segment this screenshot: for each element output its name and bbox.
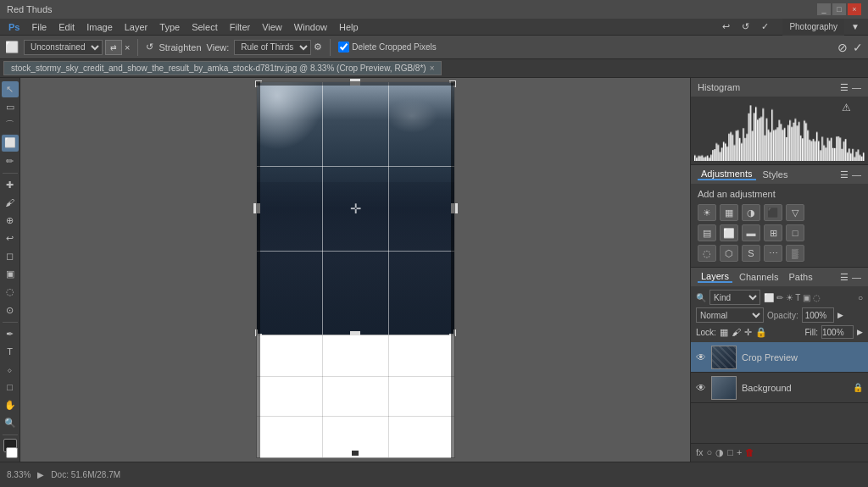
tool-healing[interactable]: ✚ [2,177,19,193]
tool-blur[interactable]: ◌ [2,284,19,300]
tool-pen[interactable]: ✒ [2,326,19,342]
tool-path[interactable]: ⬦ [2,362,19,378]
view-select[interactable]: Rule of Thirds [234,40,311,55]
adj-bw-icon[interactable]: ▬ [742,224,760,241]
tool-gradient[interactable]: ▣ [2,266,19,282]
adj-invert-icon[interactable]: ⬡ [720,245,738,262]
maximize-button[interactable]: □ [832,3,846,15]
panel-options-icon[interactable]: ▼ [846,22,865,31]
layer-visibility-icon-1[interactable]: 👁 [696,382,706,394]
window-controls[interactable]: _ □ × [817,3,861,15]
menu-image[interactable]: Image [81,22,118,32]
adj-threshold-icon[interactable]: ⋯ [764,245,782,262]
menu-help[interactable]: Help [334,22,364,32]
tool-marquee[interactable]: ▭ [2,99,19,115]
tool-shape[interactable]: □ [2,379,19,396]
tool-brush[interactable]: 🖌 [2,195,19,211]
delete-cropped-checkbox[interactable] [338,42,349,53]
lock-all-icon[interactable]: 🔒 [755,327,767,338]
lock-checkerboard-icon[interactable]: ▦ [720,327,728,338]
adj-photofilter-icon[interactable]: ⊞ [764,224,782,241]
ratio-select-group[interactable]: Unconstrained ⇄ × [24,40,130,55]
layer-delete-button[interactable]: 🗑 [745,447,754,458]
layer-adjustment-button[interactable]: ◑ [715,447,724,458]
layers-options-icon[interactable]: ☰ [840,272,849,283]
opacity-arrow[interactable]: ▶ [837,311,843,319]
tool-hand[interactable]: ✋ [2,397,19,413]
adj-curves-icon[interactable]: ◑ [742,204,760,221]
tool-eyedropper[interactable]: ✏ [2,153,19,169]
reset-icon[interactable]: ↺ [146,42,153,53]
adj-gradientmap-icon[interactable]: ▒ [786,245,804,262]
lock-position-icon[interactable]: ✛ [744,327,752,338]
cancel-crop-icon[interactable]: ⊘ [837,41,848,54]
arrow-icon[interactable]: ▶ [37,470,44,479]
menu-edit[interactable]: Edit [53,22,80,32]
menu-filter[interactable]: Filter [225,22,255,32]
ratio-select[interactable]: Unconstrained [24,40,103,55]
menu-type[interactable]: Type [154,22,185,32]
histogram-options-icon[interactable]: ☰ [840,82,849,93]
layer-mask-button[interactable]: ○ [707,447,713,458]
ratio-close-button[interactable]: × [125,42,130,53]
adj-brightness-icon[interactable]: ☀ [698,204,716,221]
tool-dodge[interactable]: ⊙ [2,302,19,318]
undo-icon[interactable]: ↩ [717,21,735,32]
tool-clone[interactable]: ⊕ [2,213,19,229]
view-select-group[interactable]: Rule of Thirds ⚙ [234,40,322,55]
tool-zoom[interactable]: 🔍 [2,415,19,431]
menu-window[interactable]: Window [289,22,332,32]
commit-crop-icon[interactable]: ✓ [853,41,863,54]
menu-select[interactable]: Select [186,22,223,32]
layer-item-crop-preview[interactable]: 👁 Crop Preview [691,342,868,373]
layer-group-button[interactable]: □ [727,447,733,458]
styles-tab[interactable]: Styles [760,169,792,180]
blend-mode-select[interactable]: Normal [696,307,764,323]
adj-posterize-icon[interactable]: S [742,245,760,262]
tool-crop[interactable]: ⬜ [2,135,19,151]
channels-tab[interactable]: Channels [736,272,782,282]
delete-cropped-label[interactable]: Delete Cropped Pixels [338,42,437,53]
redo-icon[interactable]: ↺ [737,21,754,32]
menu-layer[interactable]: Layer [120,22,153,32]
background-color[interactable] [6,447,18,458]
opacity-input[interactable] [802,307,834,323]
adj-levels-icon[interactable]: ▦ [720,204,738,221]
tab-close-button[interactable]: × [430,64,435,73]
layer-fx-button[interactable]: fx [696,447,704,458]
filter-toggle[interactable]: ○ [858,293,863,302]
histogram-collapse-icon[interactable]: — [852,82,861,93]
tool-move[interactable]: ↖ [2,81,19,97]
adj-colorlookup-icon[interactable]: ◌ [698,245,716,262]
lock-brush-icon[interactable]: 🖌 [732,327,741,337]
tool-lasso[interactable]: ⌒ [2,117,19,133]
paths-tab[interactable]: Paths [786,272,816,282]
kind-select[interactable]: Kind [709,290,760,305]
adj-vibrance-icon[interactable]: ▽ [786,204,804,221]
ratio-swap-button[interactable]: ⇄ [105,40,122,55]
tool-type[interactable]: T [2,344,19,360]
document-tab[interactable]: stock_stormy_sky_credit_and_show_the_res… [3,61,442,75]
adj-channelmixer-icon[interactable]: □ [786,224,804,241]
menu-file[interactable]: File [26,22,52,32]
layer-visibility-icon-0[interactable]: 👁 [696,351,706,363]
menu-view[interactable]: View [257,22,287,32]
layers-tab[interactable]: Layers [698,271,732,283]
adjustments-collapse-icon[interactable]: — [852,169,861,180]
minimize-button[interactable]: _ [817,3,831,15]
layer-item-background[interactable]: 👁 Background 🔒 [691,373,868,403]
menu-ps[interactable]: Ps [3,22,25,32]
close-button[interactable]: × [848,3,861,15]
tool-history[interactable]: ↩ [2,230,19,246]
layer-new-button[interactable]: + [737,447,742,458]
layers-collapse-icon[interactable]: — [852,272,861,282]
tool-eraser[interactable]: ◻ [2,248,19,264]
adjustments-options-icon[interactable]: ☰ [840,169,849,180]
adjustments-tab[interactable]: Adjustments [698,169,756,180]
fill-arrow[interactable]: ▶ [857,328,863,336]
fill-input[interactable] [821,325,854,339]
adj-colorbalance-icon[interactable]: ⬜ [720,224,738,241]
adj-hsl-icon[interactable]: ▤ [698,224,716,241]
commit-icon[interactable]: ✓ [756,21,774,32]
adj-exposure-icon[interactable]: ⬛ [764,204,782,221]
